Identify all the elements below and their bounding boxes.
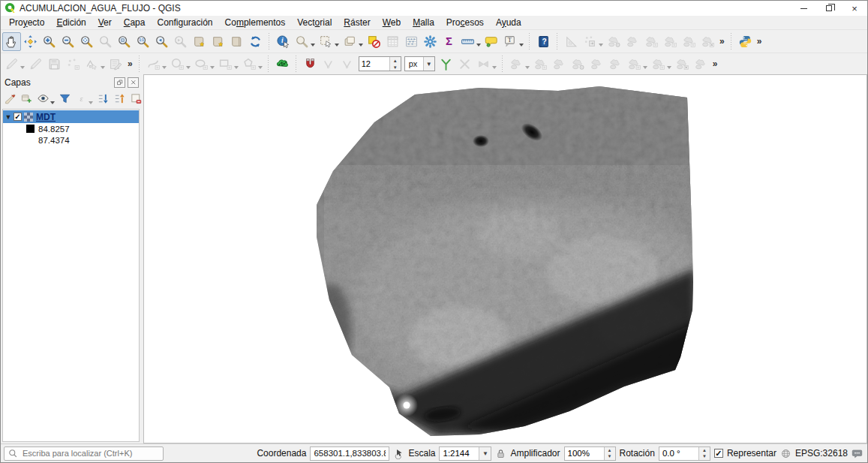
select-features-button[interactable]: [317, 32, 335, 51]
menu-vectorial[interactable]: Vectorial: [291, 17, 338, 29]
filter-legend-button[interactable]: [57, 91, 73, 107]
menu-procesos[interactable]: Procesos: [440, 17, 490, 29]
remove-layer-button[interactable]: [128, 91, 144, 107]
toolbar-overflow-b[interactable]: »: [755, 36, 764, 47]
layer-name[interactable]: MDT: [36, 112, 56, 122]
menu-malla[interactable]: Malla: [407, 17, 440, 29]
layer-visibility-checkbox[interactable]: ✓: [14, 113, 22, 121]
pan-tool-button[interactable]: [2, 32, 21, 51]
toolbar-overflow-d[interactable]: »: [710, 59, 720, 69]
rotation-spin[interactable]: ▲▼: [659, 446, 710, 461]
topological-editing-icon: [476, 57, 491, 71]
messages-icon[interactable]: [851, 448, 863, 459]
rectangle-tool-icon: [218, 57, 233, 71]
snapping-tolerance-up[interactable]: ▲: [390, 57, 401, 64]
menu-ayuda[interactable]: Ayuda: [490, 17, 527, 29]
pan-to-selection-button[interactable]: [21, 32, 40, 51]
map-tips-icon: [485, 35, 499, 49]
zoom-to-layer-button[interactable]: [115, 32, 134, 51]
search-input[interactable]: [21, 448, 160, 458]
close-button[interactable]: ×: [842, 1, 867, 16]
deselect-features-dropdown-arrow[interactable]: [359, 44, 363, 47]
zoom-last-button[interactable]: [152, 32, 171, 51]
processing-toolbox-button[interactable]: [421, 32, 440, 51]
restore-button[interactable]: [816, 1, 842, 16]
refresh-map-button[interactable]: [246, 32, 265, 51]
new-spatial-bookmark-button[interactable]: [190, 32, 209, 51]
enable-snapping-button[interactable]: [301, 55, 320, 74]
layer-row-mdt[interactable]: ▼✓MDT: [3, 110, 139, 123]
advanced-digitizing-7-dropdown-arrow: [643, 66, 647, 69]
deselect-all-button[interactable]: [365, 32, 383, 51]
field-calculator-button[interactable]: [402, 32, 421, 51]
scale-combo[interactable]: ▼: [439, 446, 491, 461]
crs-globe-icon[interactable]: [780, 448, 791, 459]
coordinate-toggle-icon[interactable]: [393, 448, 404, 459]
map-canvas[interactable]: [143, 74, 867, 443]
manage-map-themes-dropdown-arrow[interactable]: [50, 101, 55, 104]
collapse-all-button[interactable]: [112, 91, 128, 107]
rotation-up[interactable]: ▲: [699, 447, 710, 454]
show-statistical-summary-button[interactable]: Σ: [440, 32, 458, 51]
zoom-to-selection-icon: [98, 35, 113, 49]
lock-scale-icon[interactable]: [495, 448, 506, 459]
zoom-full-extent-button[interactable]: [77, 32, 96, 51]
minimize-button[interactable]: [791, 1, 816, 16]
menu-configuracin[interactable]: Configuración: [151, 17, 218, 29]
layer-expander-icon[interactable]: ▼: [3, 113, 14, 121]
magnifier-down[interactable]: ▼: [605, 453, 615, 460]
rotation-input[interactable]: [659, 447, 698, 460]
menu-complementos[interactable]: Complementos: [219, 17, 292, 29]
crs-label[interactable]: EPSG:32618: [795, 448, 848, 458]
select-features-dropdown-arrow[interactable]: [335, 44, 339, 47]
select-features-by-value-button[interactable]: [293, 32, 311, 51]
snapping-tolerance-spinbox[interactable]: ▲▼: [359, 56, 401, 71]
select-features-by-value-dropdown-arrow[interactable]: [311, 44, 315, 47]
text-annotation-dropdown-arrow[interactable]: [519, 44, 524, 47]
legend-label: 84.8257: [38, 125, 70, 134]
menu-rster[interactable]: Ráster: [338, 17, 376, 29]
locator-search[interactable]: [4, 446, 164, 461]
shape-digitizing-button[interactable]: [273, 55, 292, 74]
magnifier-spin[interactable]: ▲▼: [564, 446, 616, 461]
panel-close-button[interactable]: [128, 77, 139, 88]
measure-line-dropdown-arrow[interactable]: [476, 44, 481, 47]
rotation-down[interactable]: ▼: [699, 453, 710, 460]
snapping-tolerance-down[interactable]: ▼: [390, 64, 401, 71]
magnifier-up[interactable]: ▲: [605, 447, 615, 454]
deselect-features-button[interactable]: [341, 32, 359, 51]
python-console-button[interactable]: [736, 32, 755, 51]
menu-capa[interactable]: Capa: [118, 17, 152, 29]
snap-on-intersection-button[interactable]: [437, 55, 455, 74]
magnifier-input[interactable]: [565, 447, 604, 460]
coordinate-input[interactable]: [311, 449, 389, 458]
zoom-native-resolution-button[interactable]: 1:1: [134, 32, 152, 51]
scale-input[interactable]: [440, 447, 479, 460]
coordinate-box[interactable]: [310, 446, 389, 461]
menu-proyecto[interactable]: Proyecto: [3, 17, 50, 29]
manage-map-themes-button[interactable]: [35, 91, 51, 107]
expand-all-button[interactable]: [95, 91, 111, 107]
add-group-button[interactable]: [19, 91, 35, 107]
menu-ver[interactable]: Ver: [92, 17, 118, 29]
snapping-units-combo[interactable]: px▼: [404, 56, 435, 71]
snapping-tolerance-input[interactable]: [359, 57, 389, 71]
zoom-out-button[interactable]: [59, 32, 77, 51]
measure-line-button[interactable]: [458, 32, 477, 51]
open-layer-styling-button[interactable]: [2, 91, 18, 107]
render-checkbox[interactable]: ✓: [714, 449, 723, 458]
menu-edicin[interactable]: Edición: [50, 17, 92, 29]
map-tips-button[interactable]: [482, 32, 501, 51]
scale-dropdown-arrow[interactable]: ▼: [479, 447, 491, 460]
help-button[interactable]: ?: [534, 32, 553, 51]
menu-web[interactable]: Web: [377, 17, 407, 29]
identify-features-button[interactable]: i: [274, 32, 293, 51]
toolbar-overflow-c[interactable]: »: [125, 59, 135, 69]
snapping-units-dropdown-arrow[interactable]: ▼: [423, 57, 434, 71]
bookmark-manager-button[interactable]: [227, 32, 246, 51]
text-annotation-button[interactable]: T: [501, 32, 520, 51]
panel-undock-button[interactable]: [114, 77, 125, 88]
toolbar-overflow-a[interactable]: »: [717, 36, 727, 47]
show-spatial-bookmarks-button[interactable]: [209, 32, 227, 51]
zoom-in-button[interactable]: [40, 32, 59, 51]
